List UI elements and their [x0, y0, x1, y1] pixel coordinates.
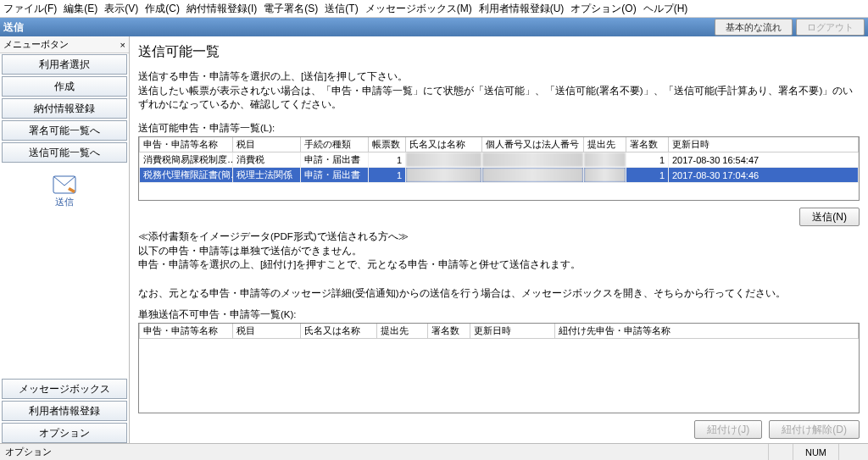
th-tax[interactable]: 税目	[233, 137, 301, 152]
th2-person[interactable]: 氏名又は名称	[301, 324, 377, 339]
main-panel: 送信可能一覧 送信する申告・申請等を選択の上、[送信]を押して下さい。 送信した…	[130, 36, 868, 444]
th-updated[interactable]: 更新日時	[669, 137, 859, 152]
basic-flow-button[interactable]: 基本的な流れ	[715, 19, 793, 36]
list2-label: 単独送信不可申告・申請等一覧(K):	[138, 308, 860, 321]
menu-edit[interactable]: 編集(E)	[64, 2, 97, 16]
th-name[interactable]: 申告・申請等名称	[140, 137, 233, 152]
menu-payment[interactable]: 納付情報登録(I)	[186, 2, 257, 16]
th-proc[interactable]: 手続の種類	[301, 137, 369, 152]
window-title: 送信	[3, 18, 711, 36]
th2-name[interactable]: 申告・申請等名称	[140, 324, 233, 339]
th2-linked[interactable]: 紐付け先申告・申請等名称	[555, 324, 859, 339]
menu-bar: ファイル(F) 編集(E) 表示(V) 作成(C) 納付情報登録(I) 電子署名…	[0, 0, 868, 18]
nav-user-select[interactable]: 利用者選択	[2, 54, 127, 75]
table-row[interactable]: 消費税簡易課税制度…消費税申請・届出書112017-08-30 16:54:47	[140, 152, 859, 168]
th2-sigs[interactable]: 署名数	[428, 324, 470, 339]
nav-to-sign-list[interactable]: 署名可能一覧へ	[2, 120, 127, 141]
sendable-table[interactable]: 申告・申請等名称 税目 手続の種類 帳票数 氏名又は名称 個人番号又は法人番号 …	[138, 136, 860, 201]
send-icon-block[interactable]: 送信	[0, 175, 129, 208]
unlink-button[interactable]: 紐付け解除(D)	[769, 420, 860, 439]
th2-updated[interactable]: 更新日時	[470, 324, 555, 339]
menu-option[interactable]: オプション(O)	[570, 2, 636, 16]
title-bar: 送信 基本的な流れ ログアウト	[0, 18, 868, 36]
page-heading: 送信可能一覧	[138, 43, 860, 61]
menu-file[interactable]: ファイル(F)	[3, 2, 57, 16]
nav-payment[interactable]: 納付情報登録	[2, 98, 127, 119]
menu-send[interactable]: 送信(T)	[325, 2, 358, 16]
send-button[interactable]: 送信(N)	[799, 208, 860, 226]
send-icon-label: 送信	[0, 196, 129, 208]
nav-create[interactable]: 作成	[2, 76, 127, 97]
status-num: NUM	[793, 444, 838, 460]
menu-view[interactable]: 表示(V)	[104, 2, 138, 16]
sidebar: メニューボタン × 利用者選択 作成 納付情報登録 署名可能一覧へ 送信可能一覧…	[0, 36, 130, 444]
sidebar-header: メニューボタン ×	[0, 36, 129, 53]
th-person[interactable]: 氏名又は名称	[406, 137, 482, 152]
sidebar-close-icon[interactable]: ×	[120, 40, 125, 50]
instruction-text: 送信する申告・申請等を選択の上、[送信]を押して下さい。 送信したい帳票が表示さ…	[138, 69, 860, 112]
link-button[interactable]: 紐付け(J)	[694, 420, 762, 439]
th2-dest[interactable]: 提出先	[377, 324, 428, 339]
status-left: オプション	[5, 446, 52, 458]
send-icon	[53, 175, 76, 194]
nav-option[interactable]: オプション	[2, 423, 127, 443]
attachment-note: ≪添付書類をイメージデータ(PDF形式)で送信される方へ≫ 以下の申告・申請等は…	[138, 230, 860, 300]
logout-button[interactable]: ログアウト	[796, 19, 865, 36]
menu-userinfo[interactable]: 利用者情報登録(U)	[479, 2, 565, 16]
th-dest[interactable]: 提出先	[584, 137, 626, 152]
menu-sign[interactable]: 電子署名(S)	[264, 2, 318, 16]
table1-header-row: 申告・申請等名称 税目 手続の種類 帳票数 氏名又は名称 個人番号又は法人番号 …	[140, 137, 859, 152]
status-empty1	[768, 444, 793, 460]
list1-label: 送信可能申告・申請等一覧(L):	[138, 122, 860, 135]
nav-msgbox[interactable]: メッセージボックス	[2, 379, 127, 399]
th2-tax[interactable]: 税目	[233, 324, 301, 339]
table-row[interactable]: 税務代理権限証書(簡…税理士法関係申請・届出書112017-08-30 17:0…	[140, 168, 859, 183]
sidebar-title: メニューボタン	[3, 38, 120, 51]
menu-help[interactable]: ヘルプ(H)	[643, 2, 688, 16]
nav-userinfo[interactable]: 利用者情報登録	[2, 401, 127, 421]
menu-msgbox[interactable]: メッセージボックス(M)	[365, 2, 472, 16]
menu-create[interactable]: 作成(C)	[145, 2, 180, 16]
status-bar: オプション NUM	[0, 443, 868, 460]
th-num[interactable]: 個人番号又は法人番号	[482, 137, 584, 152]
nonsendable-table[interactable]: 申告・申請等名称 税目 氏名又は名称 提出先 署名数 更新日時 紐付け先申告・申…	[138, 323, 860, 413]
th-sigs[interactable]: 署名数	[626, 137, 669, 152]
table2-header-row: 申告・申請等名称 税目 氏名又は名称 提出先 署名数 更新日時 紐付け先申告・申…	[140, 324, 859, 339]
status-empty2	[838, 444, 863, 460]
th-count[interactable]: 帳票数	[369, 137, 406, 152]
nav-to-send-list[interactable]: 送信可能一覧へ	[2, 142, 127, 163]
